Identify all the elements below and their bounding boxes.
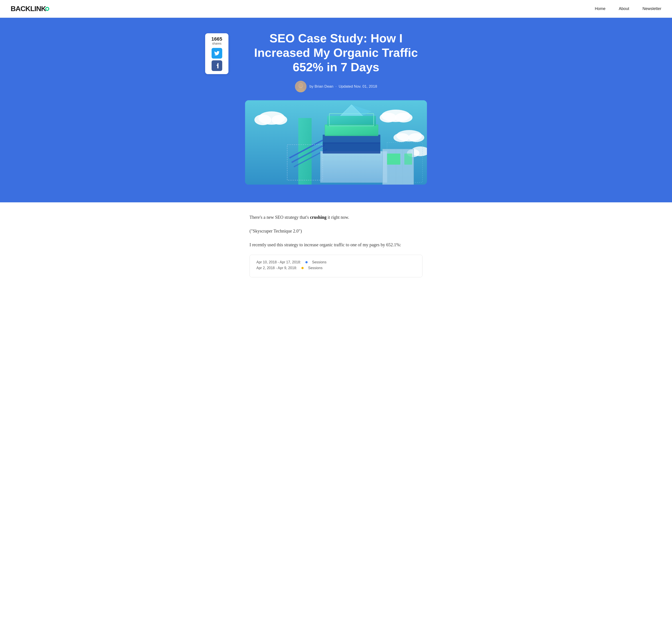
avatar-svg (295, 81, 307, 92)
svg-point-7 (272, 115, 287, 125)
logo-text: BACKLINK (10, 5, 46, 13)
svg-point-9 (380, 113, 397, 122)
nav-item-about[interactable]: About (619, 6, 629, 11)
paragraph-2: ("Skyscraper Technique 2.0") (249, 227, 423, 235)
p1-bold: crushing (310, 215, 327, 220)
p1-text-end: it right now. (327, 215, 349, 220)
svg-point-10 (395, 113, 412, 122)
svg-rect-22 (320, 151, 387, 182)
content-area: There's a new SEO strategy that's crushi… (236, 202, 436, 288)
paragraph-1: There's a new SEO strategy that's crushi… (249, 213, 423, 221)
share-label: shares (209, 42, 224, 45)
share-box: 1665 shares (205, 33, 229, 74)
svg-rect-17 (298, 118, 312, 185)
avatar (295, 81, 307, 92)
svg-point-13 (408, 133, 424, 142)
svg-rect-34 (387, 154, 400, 165)
hero-illustration (245, 100, 427, 185)
nav-links: Home About Newsletter (595, 6, 662, 11)
svg-point-12 (393, 133, 409, 142)
author-meta: by Brian Dean · Updated Nov. 01, 2018 (310, 84, 377, 89)
svg-rect-38 (325, 125, 378, 136)
paragraph-3: I recently used this strategy to increas… (249, 241, 423, 249)
analytics-row-2: Apr 2, 2018 - Apr 9, 2018: Sessions (256, 266, 416, 270)
avatar-image (295, 81, 307, 92)
dot-yellow-icon (302, 267, 304, 269)
analytics-preview: Apr 10, 2018 - Apr 17, 2018: Sessions Ap… (249, 255, 423, 277)
logo[interactable]: BACKLINK (10, 5, 49, 13)
svg-point-3 (299, 84, 303, 88)
author-row: by Brian Dean · Updated Nov. 01, 2018 (236, 81, 436, 92)
svg-rect-37 (323, 135, 380, 144)
analytics-row-1: Apr 10, 2018 - Apr 17, 2018: Sessions (256, 260, 416, 264)
hero-illustration-svg (245, 100, 427, 185)
svg-rect-36 (323, 142, 380, 154)
dot-blue-icon (305, 261, 308, 263)
svg-point-6 (255, 115, 271, 125)
facebook-icon (215, 63, 218, 68)
analytics-date-2: Apr 2, 2018 - Apr 9, 2018: (256, 266, 297, 270)
p1-text-start: There's a new SEO strategy that's (249, 215, 310, 220)
logo-circle-icon (45, 7, 49, 11)
hero-section: 1665 shares SEO Case Study: How I Increa… (0, 18, 672, 202)
svg-rect-39 (327, 116, 376, 126)
nav-item-home[interactable]: Home (595, 6, 605, 11)
author-updated: Updated Nov. 01, 2018 (339, 84, 377, 89)
analytics-label-1: Sessions (312, 260, 327, 264)
nav-link-newsletter[interactable]: Newsletter (643, 6, 662, 11)
hero-title: SEO Case Study: How I Increased My Organ… (236, 31, 436, 74)
author-name: by Brian Dean (310, 84, 334, 89)
hero-image (245, 100, 427, 185)
hero-inner: 1665 shares SEO Case Study: How I Increa… (236, 31, 436, 185)
nav-link-about[interactable]: About (619, 6, 629, 11)
navbar: BACKLINK Home About Newsletter (0, 0, 672, 18)
nav-item-newsletter[interactable]: Newsletter (643, 6, 662, 11)
analytics-label-2: Sessions (308, 266, 322, 270)
nav-link-home[interactable]: Home (595, 6, 605, 11)
twitter-icon (214, 51, 220, 55)
share-facebook-button[interactable] (212, 60, 222, 71)
analytics-date-1: Apr 10, 2018 - Apr 17, 2018: (256, 260, 301, 264)
share-twitter-button[interactable] (212, 48, 222, 58)
logo-o (46, 5, 49, 13)
svg-rect-35 (404, 154, 412, 165)
share-count: 1665 (209, 37, 224, 42)
